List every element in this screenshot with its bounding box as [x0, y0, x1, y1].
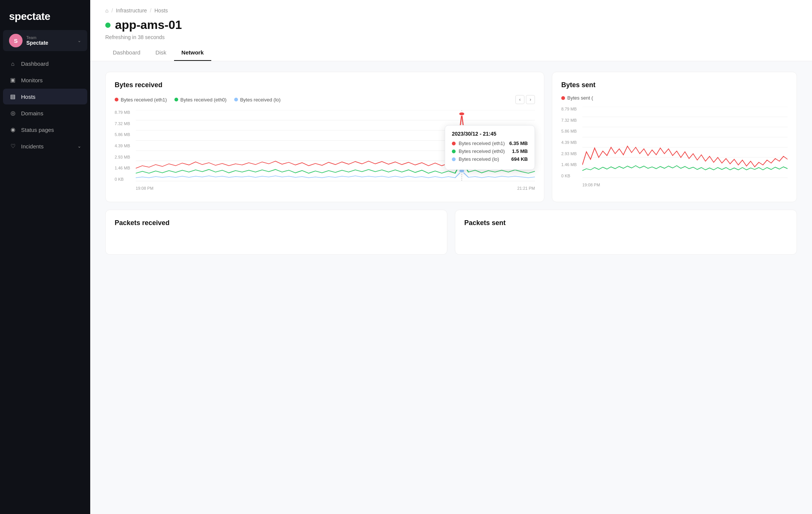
- breadcrumb-infrastructure[interactable]: Infrastructure: [116, 8, 147, 14]
- legend-item-0: Bytes received (eth1): [115, 97, 167, 103]
- bytes-received-area: 0 KB1.46 MB2.93 MB4.39 MB5.86 MB7.32 MB8…: [115, 110, 535, 193]
- charts-row-2: Packets received Packets sent: [105, 210, 797, 255]
- sidebar-item-label-incidents: Incidents: [21, 143, 44, 150]
- y-label: 1.46 MB: [561, 162, 581, 167]
- legend-item-2: Bytes received (lo): [234, 97, 281, 103]
- bytes-received-title: Bytes received: [115, 81, 535, 89]
- packets-sent-title: Packets sent: [464, 219, 788, 227]
- team-info: Team Spectate: [26, 35, 77, 46]
- y-label: 7.32 MB: [561, 118, 581, 122]
- breadcrumb-sep-2: /: [150, 8, 151, 14]
- tooltip-label-eth0: Bytes received (eth0): [459, 148, 509, 154]
- tabs: DashboardDiskNetwork: [105, 45, 797, 61]
- team-avatar: S: [9, 34, 23, 47]
- tooltip-row-lo: Bytes received (lo) 694 KB: [452, 156, 528, 162]
- globe-icon: ◎: [9, 109, 17, 117]
- tab-disk[interactable]: Disk: [148, 45, 174, 61]
- y-label: 4.39 MB: [561, 140, 581, 145]
- y-label: 1.46 MB: [115, 166, 134, 170]
- x-label-start: 19:08 PM: [136, 186, 153, 190]
- y-label: 4.39 MB: [115, 144, 134, 148]
- sidebar-item-monitors[interactable]: ▣ Monitors: [3, 72, 87, 88]
- legend-next-button[interactable]: ›: [526, 95, 535, 104]
- legend-bytes-sent: Bytes sent (: [561, 95, 593, 101]
- sidebar-item-incidents[interactable]: ♡ Incidents ⌄: [3, 138, 87, 154]
- header: ⌂ / Infrastructure / Hosts app-ams-01 Re…: [90, 0, 812, 61]
- legend-prev-button[interactable]: ‹: [515, 95, 524, 104]
- legend-dot-2: [234, 98, 238, 101]
- legend-dot-1: [174, 98, 178, 101]
- y-label: 7.32 MB: [115, 121, 134, 126]
- y-label: 5.86 MB: [561, 129, 581, 133]
- y-label: 8.79 MB: [561, 107, 581, 111]
- chevron-down-icon: ⌄: [77, 38, 81, 43]
- chevron-down-icon: ⌄: [77, 144, 81, 149]
- tooltip-value-eth1: 6.35 MB: [509, 141, 528, 146]
- tooltip-value-eth0: 1.5 MB: [512, 148, 528, 154]
- y-label: 0 KB: [115, 177, 134, 181]
- sidebar-item-dashboard[interactable]: ⌂ Dashboard: [3, 56, 87, 71]
- bytes-sent-y-labels: 0 KB1.46 MB2.93 MB4.39 MB5.86 MB7.32 MB8…: [561, 107, 581, 178]
- sidebar-item-label-domains: Domains: [21, 110, 43, 116]
- breadcrumb-hosts[interactable]: Hosts: [155, 8, 168, 14]
- tooltip-value-lo: 694 KB: [511, 156, 528, 162]
- legend-label-2: Bytes received (lo): [240, 97, 281, 103]
- tab-dashboard[interactable]: Dashboard: [105, 45, 148, 61]
- home-icon: ⌂: [9, 60, 17, 67]
- refresh-text: Refreshing in 38 seconds: [105, 34, 797, 40]
- tooltip-label-eth1: Bytes received (eth1): [459, 141, 506, 146]
- heart-icon: ♡: [9, 142, 17, 150]
- bytes-received-chart: Bytes received Bytes received (eth1)Byte…: [105, 72, 544, 202]
- packets-received-title: Packets received: [115, 219, 438, 227]
- y-label: 2.93 MB: [115, 155, 134, 159]
- tab-network[interactable]: Network: [174, 45, 211, 61]
- bytes-received-x-labels: 19:08 PM 21:21 PM: [136, 184, 535, 193]
- legend-item-1: Bytes received (eth0): [174, 97, 227, 103]
- legend-dot-0: [115, 98, 118, 101]
- sidebar-item-domains[interactable]: ◎ Domains: [3, 105, 87, 121]
- legend-nav: ‹›: [515, 95, 535, 104]
- svg-point-9: [459, 112, 465, 116]
- bytes-received-svg-wrap: 2023/30/12 - 21:45 Bytes received (eth1)…: [136, 110, 535, 181]
- x-label-sent-start: 19:08 PM: [582, 183, 600, 187]
- y-label: 5.86 MB: [115, 132, 134, 137]
- y-label: 2.93 MB: [561, 151, 581, 156]
- breadcrumb: ⌂ / Infrastructure / Hosts: [105, 8, 797, 14]
- sidebar-item-label-monitors: Monitors: [21, 77, 43, 83]
- team-label: Team: [26, 35, 77, 40]
- chart-tooltip: 2023/30/12 - 21:45 Bytes received (eth1)…: [445, 125, 535, 170]
- main-content: ⌂ / Infrastructure / Hosts app-ams-01 Re…: [90, 0, 812, 514]
- breadcrumb-home-icon[interactable]: ⌂: [105, 8, 108, 14]
- tooltip-row-eth0: Bytes received (eth0) 1.5 MB: [452, 148, 528, 154]
- tooltip-row-eth1: Bytes received (eth1) 6.35 MB: [452, 141, 528, 146]
- bytes-sent-svg-wrap: [582, 107, 788, 178]
- x-label-end: 21:21 PM: [517, 186, 535, 190]
- legend-label-0: Bytes received (eth1): [121, 97, 167, 103]
- sidebar-item-status-pages[interactable]: ◉ Status pages: [3, 122, 87, 138]
- legend-label-1: Bytes received (eth0): [180, 97, 227, 103]
- sidebar: spectate S Team Spectate ⌄ ⌂ Dashboard ▣…: [0, 0, 90, 514]
- bytes-sent-area: 0 KB1.46 MB2.93 MB4.39 MB5.86 MB7.32 MB8…: [561, 107, 788, 189]
- tooltip-dot-lo: [452, 157, 456, 161]
- bytes-sent-legend: Bytes sent (: [561, 95, 788, 101]
- breadcrumb-sep-1: /: [111, 8, 113, 14]
- page-title: app-ams-01: [115, 18, 182, 32]
- charts-row-1: Bytes received Bytes received (eth1)Byte…: [105, 72, 797, 202]
- bytes-sent-svg: [582, 107, 788, 178]
- bytes-sent-title: Bytes sent: [561, 81, 788, 89]
- rss-icon: ◉: [9, 126, 17, 133]
- content-area: Bytes received Bytes received (eth1)Byte…: [90, 61, 812, 514]
- sidebar-nav: ⌂ Dashboard ▣ Monitors ▤ Hosts ◎ Domains…: [0, 54, 90, 156]
- sidebar-item-label-status-pages: Status pages: [21, 127, 54, 133]
- bytes-received-y-labels: 0 KB1.46 MB2.93 MB4.39 MB5.86 MB7.32 MB8…: [115, 110, 134, 181]
- tooltip-date: 2023/30/12 - 21:45: [452, 131, 528, 137]
- bytes-received-legend: Bytes received (eth1)Bytes received (eth…: [115, 95, 535, 104]
- team-name: Spectate: [26, 40, 77, 46]
- sidebar-item-hosts[interactable]: ▤ Hosts: [3, 89, 87, 104]
- legend-label-sent: Bytes sent (: [567, 95, 593, 101]
- team-selector[interactable]: S Team Spectate ⌄: [3, 30, 87, 51]
- sidebar-item-label-hosts: Hosts: [21, 94, 35, 100]
- monitor-icon: ▣: [9, 76, 17, 84]
- logo: spectate: [0, 0, 90, 30]
- page-title-row: app-ams-01: [105, 18, 797, 32]
